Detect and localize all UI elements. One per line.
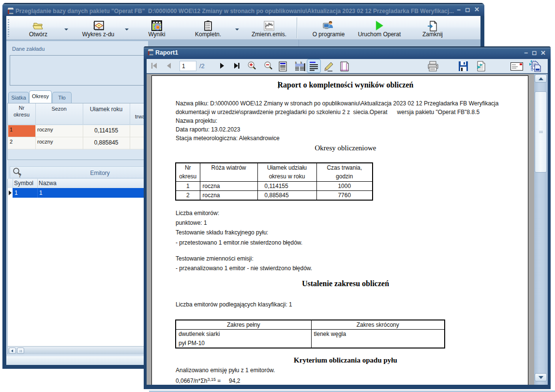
svg-text:k: k <box>295 61 297 64</box>
svg-text:k: k <box>300 61 302 64</box>
